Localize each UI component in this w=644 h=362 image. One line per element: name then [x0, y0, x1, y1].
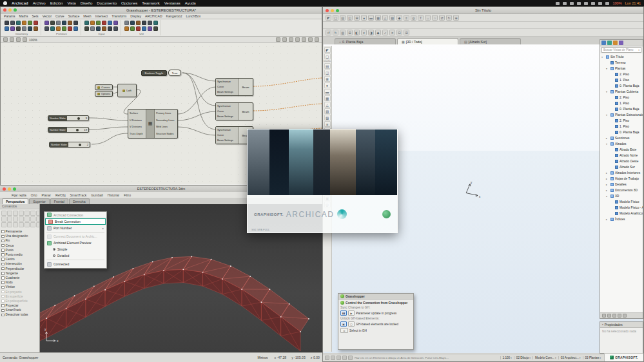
door-icon[interactable]: ◫	[347, 15, 353, 21]
rhino-tool-rotate-icon[interactable]	[19, 211, 24, 216]
tree-item[interactable]: 1. Piso	[600, 77, 643, 83]
gh-component-tab[interactable]: Vector	[43, 14, 52, 18]
sketch-icon[interactable]	[276, 37, 280, 42]
rhino-tool-polyline-icon[interactable]	[24, 216, 30, 222]
osnap-checkbox[interactable]	[1, 240, 5, 243]
gh-component-icon[interactable]	[28, 26, 32, 31]
menubar-item[interactable]: Teamwork	[142, 1, 159, 5]
number-slider-node[interactable]: Number Slider2	[49, 142, 90, 148]
gh-component-icon[interactable]	[108, 26, 112, 31]
orbit-icon[interactable]: ↻	[446, 15, 452, 21]
gh-component-icon[interactable]	[22, 21, 26, 25]
rhino-toggle[interactable]: Gumball	[91, 193, 103, 197]
simple-radio[interactable]	[53, 248, 55, 251]
boolean-toggle-node[interactable]: Boolean Toggle	[141, 70, 167, 76]
zoom-icon[interactable]: ○	[432, 15, 438, 21]
tree-item[interactable]: ▸Alzados Interiores	[600, 170, 643, 176]
gh-component-icon[interactable]	[113, 21, 118, 25]
properties-icon[interactable]	[602, 314, 606, 318]
menu-item-detailed[interactable]: Detailed	[44, 252, 106, 259]
gh-component-tab[interactable]: Display	[130, 14, 141, 18]
gh-component-icon[interactable]	[62, 26, 66, 31]
gh-component-tab[interactable]: Surface	[68, 14, 80, 18]
tree-expander-icon[interactable]: ▸	[606, 189, 609, 192]
status-control[interactable]: 03 Arquitect...▾	[558, 356, 583, 359]
menubar-wifi-icon[interactable]	[577, 2, 581, 5]
osnap-checkbox[interactable]	[1, 309, 5, 312]
osnap-checkbox[interactable]	[1, 253, 5, 256]
gh-component-icon[interactable]	[34, 26, 38, 31]
osnap-option[interactable]: Nodo	[1, 280, 38, 285]
rhino-toggle[interactable]: Filtro	[124, 193, 131, 197]
gh-component-icon[interactable]	[142, 21, 146, 25]
tree-item[interactable]: ▾Plantas Cubierta	[600, 89, 643, 95]
zoom-button[interactable]	[14, 8, 17, 12]
rhino-tool-surface-icon[interactable]	[7, 222, 12, 227]
menubar-keyboard-icon[interactable]	[556, 2, 560, 5]
osnap-checkbox[interactable]	[1, 300, 5, 303]
gh-component-icon[interactable]	[10, 21, 15, 25]
tree-item[interactable]: ▾Plantas	[600, 66, 643, 71]
menubar-item[interactable]: Opciones	[121, 1, 137, 5]
osnap-checkbox[interactable]	[1, 244, 5, 247]
number-slider-track[interactable]	[67, 116, 86, 120]
menubar-clock[interactable]: Lun 21:41	[625, 1, 641, 5]
zoom-button[interactable]	[336, 9, 339, 12]
number-slider-handle[interactable]	[79, 144, 81, 146]
zoom-in-icon[interactable]	[23, 37, 27, 42]
tree-item[interactable]: 0. Planta Baja	[600, 129, 643, 135]
select-in-gh-icon[interactable]: ⊙	[340, 328, 348, 333]
gh-component-icon[interactable]	[108, 21, 112, 25]
rhino-tool-mesh-icon[interactable]	[30, 222, 35, 227]
undo-icon[interactable]: ↺	[326, 30, 331, 35]
menubar-item[interactable]: Ayuda	[185, 1, 196, 5]
status-control[interactable]: 02 Dibujo▾	[514, 356, 532, 359]
gh-component-tab[interactable]: Intersect	[95, 14, 108, 18]
command-prompt[interactable]: Comando: Grasshopper	[3, 356, 38, 359]
tree-item[interactable]: Modelo Físico - Axon	[600, 205, 643, 211]
properties-header[interactable]: ▾ Propiedades	[600, 322, 643, 328]
osnap-checkbox[interactable]	[1, 249, 5, 252]
gh-component-icon[interactable]	[130, 26, 135, 31]
dimension-icon[interactable]: ↔	[425, 15, 431, 21]
rhino-panel-title[interactable]: Comandos	[0, 204, 39, 209]
tree-item[interactable]: ▸Detalles	[600, 182, 643, 187]
loft-node[interactable]: Loft	[117, 84, 137, 97]
delete-icon[interactable]	[618, 314, 621, 318]
guide-lines-icon[interactable]: ◧	[354, 30, 360, 35]
text-icon[interactable]: T	[418, 15, 424, 21]
options-param-node[interactable]: Options	[95, 91, 113, 97]
tree-item[interactable]: ▸Documentos 3D	[600, 187, 643, 193]
gh-component-tab[interactable]: Mesh	[83, 14, 91, 18]
gh-component-tab[interactable]: Maths	[19, 14, 28, 18]
slab-tool-icon[interactable]: ▦	[324, 95, 331, 101]
archicad-titlebar[interactable]: Sin Título	[323, 7, 643, 14]
osnap-checkbox[interactable]	[1, 276, 5, 280]
gh-component-icon[interactable]	[102, 26, 106, 31]
pause-sync-button[interactable]: ▮▮	[340, 310, 347, 316]
tree-item[interactable]: ▾Plantas Estructurales	[600, 112, 643, 118]
rhino-toggle[interactable]: SmartTrack	[70, 193, 87, 197]
rhino-tool-trim-icon[interactable]	[36, 211, 40, 216]
camera-icon[interactable]: ◎	[411, 15, 416, 21]
rhino-tool-split-icon[interactable]	[1, 216, 6, 222]
tree-item[interactable]: Terreno	[600, 60, 643, 66]
open-file-icon[interactable]	[3, 37, 8, 42]
status-control[interactable]: 1:100▾	[500, 356, 514, 359]
gh-component-icon[interactable]	[56, 21, 61, 25]
gh-component-icon[interactable]	[153, 21, 158, 25]
osnap-checkbox[interactable]	[1, 267, 5, 271]
menu-item-break-connection[interactable]: Break Connection	[45, 218, 106, 225]
tree-expander-icon[interactable]: ▸	[606, 137, 609, 140]
tree-item[interactable]: 0. Planta Baja	[600, 106, 643, 112]
gh-component-icon[interactable]	[5, 21, 9, 25]
info-icon[interactable]	[623, 314, 627, 318]
number-slider-track[interactable]	[67, 128, 84, 132]
door-tool-icon[interactable]: ◫	[324, 70, 331, 75]
gh-component-tab[interactable]: Transform	[112, 14, 126, 18]
menu-item-simple[interactable]: Simple	[44, 246, 106, 252]
gh-component-icon[interactable]	[84, 26, 89, 31]
expand-icon[interactable]: ⊞	[404, 30, 409, 35]
tree-item[interactable]: 2. Piso	[600, 71, 643, 77]
menubar-bluetooth-icon[interactable]	[570, 2, 574, 5]
